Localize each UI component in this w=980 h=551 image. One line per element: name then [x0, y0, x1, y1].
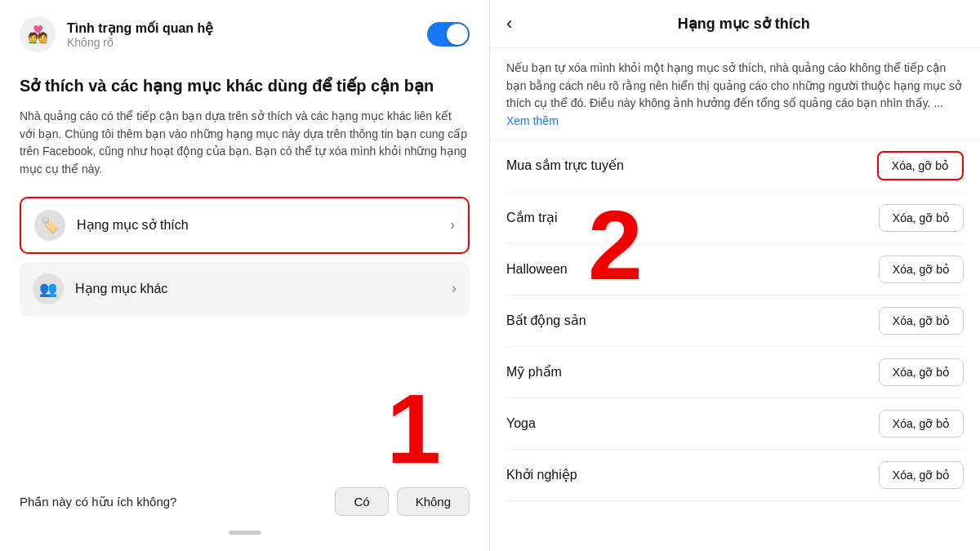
interest-name-0: Mua sắm trực tuyến — [506, 158, 624, 173]
helpful-row: Phần này có hữu ích không? Có Không — [20, 464, 470, 516]
chevron-icon-2: › — [452, 280, 457, 297]
interest-item-4: Mỹ phẩm Xóa, gỡ bỏ — [506, 347, 964, 398]
helpful-yes-button[interactable]: Có — [335, 487, 388, 516]
back-button[interactable]: ‹ — [506, 13, 512, 34]
interest-item-2: Halloween Xóa, gỡ bỏ — [506, 244, 964, 295]
section-heading: Sở thích và các hạng mục khác dùng để ti… — [20, 75, 470, 96]
interest-name-2: Halloween — [506, 262, 568, 277]
helpful-no-button[interactable]: Không — [397, 487, 470, 516]
right-header: ‹ Hạng mục sở thích — [490, 0, 980, 48]
menu-item-interests[interactable]: 🏷️ Hạng mục sở thích › — [20, 197, 470, 254]
interest-item-1: Cắm trại Xóa, gỡ bỏ — [506, 193, 964, 244]
section-desc: Nhà quảng cáo có thể tiếp cận bạn dựa tr… — [20, 108, 470, 179]
menu-label-interests: Hạng mục sở thích — [77, 217, 189, 233]
relationship-subtitle: Không rõ — [67, 36, 213, 49]
see-more-link[interactable]: Xem thêm — [506, 114, 559, 127]
relationship-icon: 💑 — [20, 16, 56, 52]
interest-list: Mua sắm trực tuyến Xóa, gỡ bỏ Cắm trại X… — [490, 140, 980, 551]
interests-icon: 🏷️ — [34, 210, 65, 241]
interest-name-4: Mỹ phẩm — [506, 364, 562, 380]
helpful-question: Phần này có hữu ích không? — [20, 495, 176, 509]
relationship-toggle[interactable] — [427, 22, 470, 47]
remove-btn-2[interactable]: Xóa, gỡ bỏ — [879, 256, 964, 283]
right-title: Hạng mục sở thích — [523, 15, 964, 33]
right-description: Nếu bạn tự xóa mình khỏi một hạng mục sở… — [490, 48, 980, 140]
interest-item-3: Bất động sản Xóa, gỡ bỏ — [506, 295, 964, 347]
remove-btn-5[interactable]: Xóa, gỡ bỏ — [879, 410, 964, 438]
relationship-row: 💑 Tình trạng mối quan hệ Không rõ — [20, 16, 470, 52]
chevron-icon-1: › — [450, 216, 455, 233]
interest-item-5: Yoga Xóa, gỡ bỏ — [506, 398, 964, 450]
interest-item-0: Mua sắm trực tuyến Xóa, gỡ bỏ — [506, 140, 964, 193]
interest-item-6: Khởi nghiệp Xóa, gỡ bỏ — [506, 450, 964, 501]
interest-name-6: Khởi nghiệp — [506, 467, 577, 482]
remove-btn-1[interactable]: Xóa, gỡ bỏ — [879, 204, 964, 232]
menu-item-other[interactable]: 👥 Hạng mục khác › — [20, 262, 470, 316]
remove-btn-6[interactable]: Xóa, gỡ bỏ — [879, 461, 964, 489]
other-icon: 👥 — [33, 273, 64, 304]
interest-name-1: Cắm trại — [506, 210, 558, 225]
relationship-title: Tình trạng mối quan hệ — [67, 20, 213, 36]
interest-name-3: Bất động sản — [506, 313, 586, 328]
remove-btn-4[interactable]: Xóa, gỡ bỏ — [879, 358, 964, 386]
menu-label-other: Hạng mục khác — [75, 281, 167, 296]
interest-name-5: Yoga — [506, 416, 536, 431]
scroll-indicator — [229, 531, 261, 535]
remove-btn-0[interactable]: Xóa, gỡ bỏ — [877, 151, 964, 180]
remove-btn-3[interactable]: Xóa, gỡ bỏ — [879, 307, 964, 335]
